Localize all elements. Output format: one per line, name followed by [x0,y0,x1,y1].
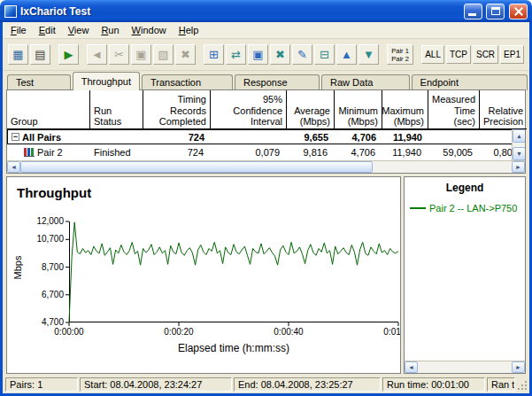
scrollbar-thumb[interactable] [20,161,373,173]
toolbar: ▦ ▤ ▶ ◄ ✂ ▣ ▧ ✖ ⊞ ⇄ ▣ ✖ ✎ ⊟ ▲ ▼ [3,39,529,71]
scroll-left-icon[interactable]: ◄ [405,361,418,373]
add-pair-button[interactable]: ⊞ [204,44,224,65]
y-tick-label: 10,700 [9,234,64,244]
legend-panel: Legend Pair 2 -- LAN->P750 ◄ ► [404,176,526,374]
window-title: IxChariot Test [20,5,460,18]
all-view-button[interactable]: ALL [421,45,444,64]
tab-raw-data-totals[interactable]: Raw Data Totals [321,74,410,90]
app-icon [4,5,17,18]
table-row-pair2[interactable]: Pair 2 Finished 724 0,079 9,816 4,706 11… [7,144,525,159]
resize-grip[interactable] [516,379,528,391]
title-bar[interactable]: IxChariot Test [0,0,532,22]
move-pair-down-icon: ▼ [363,49,374,60]
scr-view-button[interactable]: SCR [473,45,498,64]
table-body: − All Pairs 724 9,655 4,706 11,940 [7,129,525,160]
scroll-up-icon[interactable]: ▲ [513,129,525,143]
tcp-view-button[interactable]: TCP [446,45,471,64]
close-button[interactable] [509,4,528,19]
replicate-pair-button[interactable]: ▣ [248,44,268,65]
undo-button[interactable]: ◄ [87,44,107,65]
menu-help[interactable]: Help [173,23,205,37]
col-confidence-interval[interactable]: 95% Confidence Interval [211,90,287,129]
menu-edit[interactable]: Edit [33,23,62,37]
tab-transaction-rate[interactable]: Transaction Rate [142,74,233,90]
scroll-down-icon[interactable]: ▼ [513,147,525,160]
move-pair-down-button[interactable]: ▼ [359,44,379,65]
tab-test-setup[interactable]: Test Setup [7,74,71,90]
col-maximum[interactable]: Maximum (Mbps) [382,90,428,129]
minimize-button[interactable] [464,4,482,19]
paste-button[interactable]: ▧ [153,44,173,65]
legend-horizontal-scrollbar[interactable]: ◄ ► [405,361,525,373]
col-run-status[interactable]: Run Status [90,90,143,129]
toolbar-group-views: ALL TCP SCR EP1 [421,45,524,64]
col-group[interactable]: Group [7,90,90,129]
col-timing-records[interactable]: Timing Records Completed [143,90,211,129]
menu-run[interactable]: Run [95,23,125,37]
menu-window[interactable]: Window [126,23,173,37]
toolbar-group-file: ▦ ▤ [8,44,50,65]
legend-title: Legend [405,182,525,194]
cut-icon: ✂ [114,49,124,60]
add-group-button[interactable]: ⊟ [314,44,335,65]
run-test-button[interactable]: ▶ [58,44,79,65]
y-tick-label: 6,700 [9,290,64,299]
copy-button[interactable]: ▣ [131,44,151,65]
throughput-plot [69,221,398,322]
delete-pair-button[interactable]: ✖ [270,44,290,65]
menu-file[interactable]: File [4,23,33,37]
paste-icon: ▧ [158,49,168,60]
timing-records-cell: 724 [144,132,212,143]
collapse-expander-icon[interactable]: − [12,133,19,141]
add-pair-icon: ⊞ [209,49,219,60]
new-test-button[interactable]: ▦ [8,44,28,65]
swap-endpoints-button[interactable]: ⇄ [226,44,246,65]
tab-response-time[interactable]: Response Time [235,74,320,90]
table-horizontal-scrollbar[interactable]: ◄ ► [7,160,525,173]
status-run-result: Ran to c [487,377,515,392]
maximize-button[interactable] [486,4,505,19]
legend-entry-label: Pair 2 -- LAN->P750 [429,203,517,214]
toolbar-group-pairs: ⊞ ⇄ ▣ ✖ ✎ ⊟ ▲ ▼ [204,44,379,65]
measured-time-cell: 59,005 [428,147,480,158]
minimum-cell: 4,706 [335,147,382,158]
ep1-view-button[interactable]: EP1 [500,45,524,64]
tab-endpoint-configuration[interactable]: Endpoint Configuration [412,74,528,90]
confidence-cell: 0,079 [211,147,287,158]
delete-button[interactable]: ✖ [175,44,196,65]
table-header: Group Run Status Timing Records Complete… [7,90,525,129]
new-test-icon: ▦ [12,49,23,60]
cut-button[interactable]: ✂ [109,44,129,65]
app-window: IxChariot Test File Edit View Run Window… [0,0,532,396]
x-tick-label: 0:00:00 [42,327,96,337]
maximum-cell: 11,940 [382,147,428,158]
col-relative-precision[interactable]: Relative Precision [480,90,527,129]
results-table: Group Run Status Timing Records Complete… [6,89,526,174]
pair-list-button[interactable]: Pair 1 Pair 2 [387,44,413,65]
y-axis-label: Mbps [12,250,23,285]
col-measured-time[interactable]: Measured Time (sec) [428,90,480,129]
print-button[interactable]: ▤ [30,44,50,65]
timing-records-cell: 724 [143,147,211,158]
legend-line-sample [410,207,426,209]
move-pair-up-button[interactable]: ▲ [336,44,357,65]
menu-view[interactable]: View [62,23,96,37]
status-start-time: Start: 08.04.2008, 23:24:27 [80,377,232,392]
legend-entry[interactable]: Pair 2 -- LAN->P750 [410,203,525,214]
toolbar-group-run: ▶ [58,44,79,65]
run-test-icon: ▶ [65,49,73,60]
tab-bar: Test Setup Throughput Transaction Rate R… [3,71,529,89]
x-tick-label: 0:00:40 [262,327,315,337]
scroll-left-icon[interactable]: ◄ [7,161,20,173]
scroll-right-icon[interactable]: ► [512,161,525,173]
table-vertical-scrollbar[interactable]: ▲ ▼ [512,129,525,160]
chart-title: Throughput [17,185,91,200]
tab-throughput[interactable]: Throughput [73,72,140,90]
add-group-icon: ⊟ [320,49,329,60]
table-row-all-pairs[interactable]: − All Pairs 724 9,655 4,706 11,940 [7,129,525,144]
scroll-right-icon[interactable]: ► [512,361,525,373]
col-average[interactable]: Average (Mbps) [287,90,335,129]
col-minimum[interactable]: Minimum (Mbps) [335,90,382,129]
minimize-icon [468,13,476,16]
edit-pair-button[interactable]: ✎ [292,44,312,65]
